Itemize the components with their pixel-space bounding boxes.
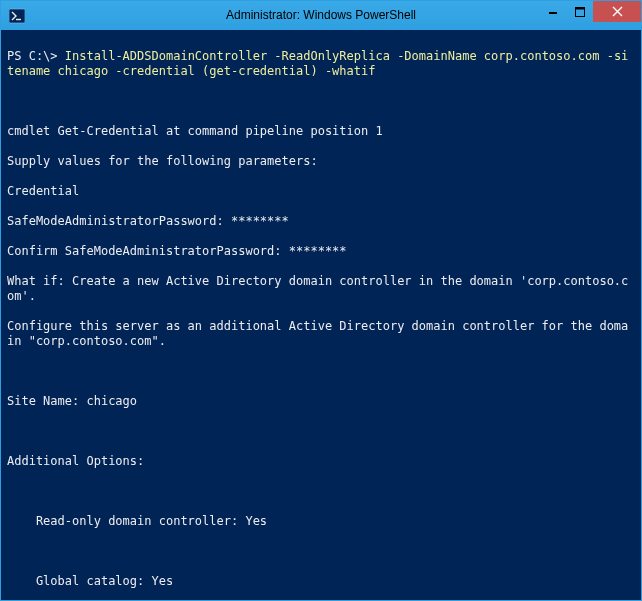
terminal-pane[interactable]: PS C:\> Install-ADDSDomainController -Re… <box>1 30 641 600</box>
close-button[interactable] <box>593 1 641 22</box>
output-line: cmdlet Get-Credential at command pipelin… <box>7 124 635 139</box>
minimize-button[interactable] <box>539 1 567 22</box>
titlebar[interactable]: Administrator: Windows PowerShell <box>1 1 641 30</box>
close-icon <box>612 6 623 17</box>
ps-prompt: PS C:\> <box>7 49 58 63</box>
output-line: Credential <box>7 184 635 199</box>
command-text: Install-ADDSDomainController -ReadOnlyRe… <box>7 49 628 78</box>
svg-rect-3 <box>576 7 585 9</box>
output-line: Site Name: chicago <box>7 394 635 409</box>
maximize-button[interactable] <box>567 1 593 22</box>
output-line: What if: Create a new Active Directory d… <box>7 274 635 304</box>
output-line: Global catalog: Yes <box>7 574 635 589</box>
powershell-icon <box>9 8 25 24</box>
powershell-window: Administrator: Windows PowerShell PS C:\… <box>0 0 642 601</box>
svg-rect-0 <box>9 9 25 23</box>
output-line: Confirm SafeModeAdministratorPassword: *… <box>7 244 635 259</box>
maximize-icon <box>575 7 585 17</box>
output-line: Supply values for the following paramete… <box>7 154 635 169</box>
output-line: Additional Options: <box>7 454 635 469</box>
minimize-icon <box>548 7 558 17</box>
output-line: Read-only domain controller: Yes <box>7 514 635 529</box>
output-line: SafeModeAdministratorPassword: ******** <box>7 214 635 229</box>
window-controls <box>539 1 641 22</box>
output-line: Configure this server as an additional A… <box>7 319 635 349</box>
svg-rect-1 <box>549 12 557 14</box>
